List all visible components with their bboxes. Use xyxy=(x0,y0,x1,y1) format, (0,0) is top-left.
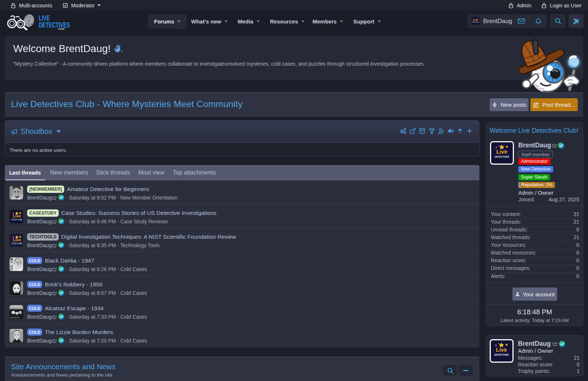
svg-text:Live: Live xyxy=(13,214,21,218)
svg-text:DETECTIVES: DETECTIVES xyxy=(494,353,509,356)
svg-text:Live: Live xyxy=(496,149,507,155)
svg-text:.Club: .Club xyxy=(58,27,65,30)
svg-text:Live: Live xyxy=(13,238,21,242)
svg-text:DETECTIVES: DETECTIVES xyxy=(494,155,509,158)
svg-text:DETECTIVES: DETECTIVES xyxy=(39,21,70,29)
svg-text:Live: Live xyxy=(496,347,507,353)
